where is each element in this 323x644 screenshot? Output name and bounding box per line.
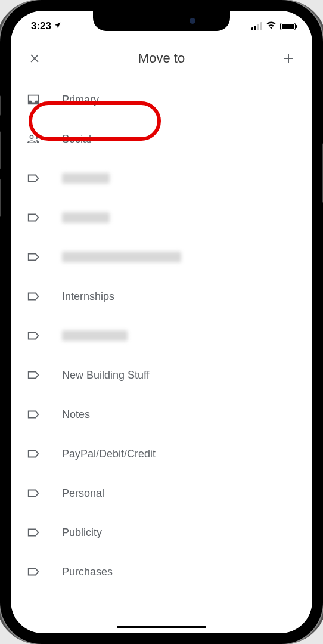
device-notch (93, 11, 230, 31)
list-item-label: Social (62, 133, 91, 145)
list-item-label: PayPal/Debit/Credit (62, 448, 156, 460)
list-item-publicity[interactable]: Publicity (11, 513, 312, 552)
close-icon (29, 52, 41, 64)
redacted-label (62, 212, 110, 223)
wifi-icon (266, 20, 277, 32)
folder-list[interactable]: Primary Social (11, 78, 312, 633)
list-item[interactable] (11, 159, 312, 198)
people-icon (26, 132, 41, 146)
list-item-label: Internships (62, 290, 114, 303)
cellular-signal-icon (251, 22, 262, 30)
list-item-label: Personal (62, 487, 104, 500)
redacted-label (62, 330, 128, 341)
list-item-primary[interactable]: Primary (11, 80, 312, 119)
label-icon (26, 447, 41, 461)
list-item-internships[interactable]: Internships (11, 277, 312, 316)
label-icon (26, 250, 41, 264)
list-item-label: Purchases (62, 566, 113, 578)
add-button[interactable] (280, 50, 297, 67)
home-indicator[interactable] (117, 626, 206, 628)
list-item-purchases[interactable]: Purchases (11, 552, 312, 592)
label-icon (26, 486, 41, 500)
battery-icon (280, 23, 296, 30)
location-arrow-icon (54, 21, 61, 31)
list-item[interactable] (11, 198, 312, 237)
label-icon (26, 525, 41, 540)
label-icon (26, 407, 41, 422)
status-time: 3:23 (31, 20, 51, 32)
list-item-personal[interactable]: Personal (11, 473, 312, 513)
page-title: Move to (138, 51, 185, 66)
label-icon (26, 329, 41, 343)
label-icon (26, 368, 41, 382)
list-item-label: New Building Stuff (62, 369, 150, 382)
list-item-label: Notes (62, 408, 90, 421)
label-icon (26, 210, 41, 225)
list-item[interactable] (11, 316, 312, 355)
inbox-icon (26, 92, 41, 107)
label-icon (26, 171, 41, 185)
redacted-label (62, 252, 181, 262)
label-icon (26, 565, 41, 579)
list-item[interactable] (11, 237, 312, 277)
plus-icon (282, 52, 295, 65)
redacted-label (62, 173, 110, 184)
label-icon (26, 289, 41, 304)
list-item-notes[interactable]: Notes (11, 395, 312, 434)
list-item-label: Primary (62, 94, 99, 106)
list-item-social[interactable]: Social (11, 119, 312, 159)
close-button[interactable] (26, 50, 43, 67)
modal-header: Move to (11, 37, 312, 78)
list-item-paypal[interactable]: PayPal/Debit/Credit (11, 434, 312, 473)
list-item-new-building[interactable]: New Building Stuff (11, 355, 312, 395)
list-item-label: Publicity (62, 527, 102, 539)
